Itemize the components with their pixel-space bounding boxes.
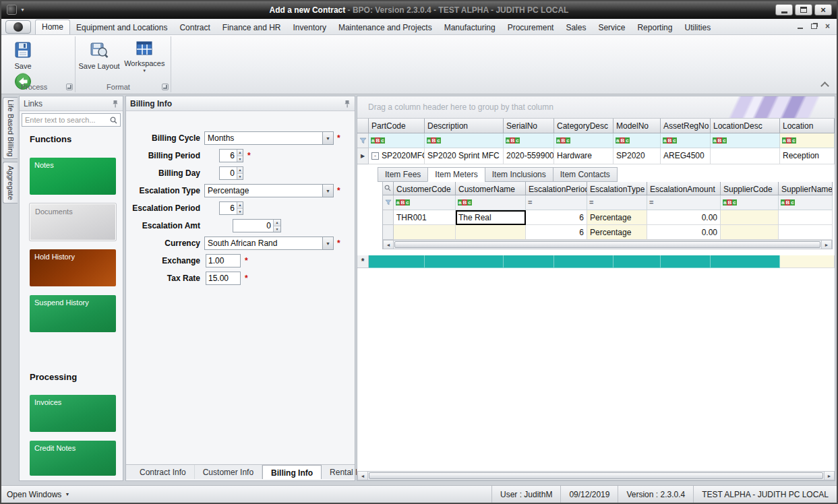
mdi-close-icon[interactable]: × — [825, 22, 830, 30]
column-header-modelno[interactable]: ModelNo — [613, 119, 661, 133]
minimize-button[interactable] — [775, 4, 793, 15]
scroll-left-icon[interactable]: ◄ — [384, 241, 394, 249]
column-header-escalationtype[interactable]: EscalationType — [587, 182, 647, 195]
link-button-hold-history[interactable]: Hold History — [30, 249, 116, 286]
cell-assetregno[interactable]: AREG4500 — [661, 148, 711, 164]
tax-rate-field[interactable] — [206, 272, 241, 285]
ribbon-tab-contract[interactable]: Contract — [173, 20, 216, 34]
text-filter-icon[interactable] — [781, 199, 795, 206]
cell-description[interactable]: SP2020 Sprint MFC — [425, 148, 504, 164]
billing-period-spinner[interactable]: ▲▼ — [219, 149, 243, 162]
filter-cell-description[interactable] — [425, 133, 504, 148]
text-filter-icon[interactable] — [427, 137, 441, 144]
column-header-customername[interactable]: CustomerName — [456, 182, 526, 195]
link-button-invoices[interactable]: Invoices — [30, 395, 116, 432]
cell-customercode[interactable] — [394, 225, 456, 240]
filter-cell-locationdesc[interactable] — [711, 133, 780, 148]
billing-cycle-combo[interactable]: Months ▼ — [204, 131, 334, 145]
detail-tab-item-fees[interactable]: Item Fees — [378, 167, 427, 182]
cell-suppliername[interactable] — [779, 210, 833, 225]
cell-customername-focused[interactable]: The Real — [456, 210, 526, 225]
detail-horizontal-scrollbar[interactable]: ◄ ► — [383, 240, 832, 249]
cell-locationdesc[interactable] — [711, 148, 780, 164]
ribbon-tab-maintenance-and-projects[interactable]: Maintenance and Projects — [332, 20, 438, 34]
exchange-input[interactable] — [206, 255, 240, 267]
filter-cell-assetregno[interactable] — [661, 133, 711, 148]
escalation-period-input[interactable] — [220, 202, 237, 214]
collapse-ribbon-icon[interactable] — [819, 80, 830, 88]
filter-cell-location[interactable] — [780, 133, 835, 148]
spin-up-icon[interactable]: ▲ — [274, 220, 280, 226]
new-cell-assetregno[interactable] — [661, 255, 711, 268]
text-filter-icon[interactable] — [782, 137, 796, 144]
detail-tab-item-meters[interactable]: Item Meters — [427, 167, 484, 182]
cell-modelno[interactable]: SP2020 — [613, 148, 661, 164]
spin-up-icon[interactable]: ▲ — [237, 150, 243, 156]
exchange-field[interactable] — [206, 254, 241, 267]
link-button-documents[interactable]: Documents — [30, 203, 116, 241]
spin-up-icon[interactable]: ▲ — [237, 202, 243, 208]
pin-icon[interactable] — [112, 100, 119, 108]
grid-data-row[interactable]: ▶ -SP2020MFC SP2020 Sprint MFC 2020-5599… — [357, 148, 835, 164]
cell-customercode[interactable]: THR001 — [394, 210, 456, 225]
tax-rate-input[interactable] — [206, 272, 240, 284]
filter-cell-partcode[interactable] — [369, 133, 425, 148]
cell-categorydesc[interactable]: Hardware — [554, 148, 613, 164]
scrollbar-thumb[interactable] — [394, 241, 820, 248]
column-header-categorydesc[interactable]: CategoryDesc — [554, 119, 613, 133]
link-button-credit-notes[interactable]: Credit Notes — [30, 441, 116, 476]
new-cell-location[interactable] — [780, 255, 835, 268]
cell-customername[interactable] — [456, 225, 526, 240]
tab-billing-info[interactable]: Billing Info — [262, 465, 322, 479]
detail-data-row[interactable]: 6 Percentage 0.00 — [383, 225, 833, 240]
text-filter-icon[interactable] — [506, 137, 520, 144]
ribbon-tab-finance-and-hr[interactable]: Finance and HR — [216, 20, 287, 34]
links-search-input[interactable] — [25, 116, 108, 124]
filter-cell-customercode[interactable] — [394, 195, 456, 210]
text-filter-icon[interactable] — [616, 137, 630, 144]
cell-suppliername[interactable] — [779, 225, 833, 240]
new-cell-modelno[interactable] — [613, 255, 661, 268]
currency-combo[interactable]: South African Rand ▼ — [204, 237, 334, 250]
new-cell-description[interactable] — [425, 255, 504, 268]
column-header-escalationperiod[interactable]: EscalationPeriod — [526, 182, 587, 195]
column-header-assetregno[interactable]: AssetRegNo — [661, 119, 711, 133]
link-button-notes[interactable]: Notes — [30, 158, 116, 195]
detail-data-row[interactable]: THR001 The Real 6 Percentage 0.00 — [383, 210, 833, 225]
link-button-suspend-history[interactable]: Suspend History — [30, 295, 116, 332]
text-filter-icon[interactable] — [723, 199, 737, 206]
column-header-serialno[interactable]: SerialNo — [504, 119, 554, 133]
save-button[interactable]: Save — [5, 38, 40, 70]
new-cell-categorydesc[interactable] — [554, 255, 613, 268]
new-cell-partcode[interactable] — [369, 255, 425, 268]
column-header-escalationamount[interactable]: EscalationAmount — [647, 182, 721, 195]
cell-escalationtype[interactable]: Percentage — [587, 225, 647, 240]
text-filter-icon[interactable] — [458, 199, 472, 206]
column-header-partcode[interactable]: PartCode — [369, 119, 425, 133]
cell-escalationamount[interactable]: 0.00 — [647, 225, 721, 240]
chevron-down-icon[interactable]: ▼ — [322, 132, 333, 144]
column-header-customercode[interactable]: CustomerCode — [394, 182, 456, 195]
equals-filter-icon[interactable]: = — [649, 199, 653, 206]
ribbon-tab-inventory[interactable]: Inventory — [287, 20, 332, 34]
cell-escalationtype[interactable]: Percentage — [587, 210, 647, 225]
workspaces-button[interactable]: Workspaces ▼ — [122, 38, 167, 73]
tab-contract-info[interactable]: Contract Info — [131, 465, 195, 479]
text-filter-icon[interactable] — [556, 137, 570, 144]
ribbon-tab-manufacturing[interactable]: Manufacturing — [438, 20, 502, 34]
chevron-down-icon[interactable]: ▼ — [322, 185, 333, 197]
application-menu-button[interactable] — [5, 20, 31, 34]
equals-filter-icon[interactable]: = — [528, 199, 532, 206]
side-tab-life-based-billing[interactable]: Life Based Billing — [3, 97, 18, 159]
detail-tab-item-contacts[interactable]: Item Contacts — [553, 167, 618, 182]
filter-cell-categorydesc[interactable] — [554, 133, 613, 148]
side-tab-aggregate[interactable]: Aggregate — [3, 162, 18, 203]
ribbon-tab-service[interactable]: Service — [592, 20, 631, 34]
column-header-location[interactable]: Location — [780, 119, 835, 133]
scroll-left-icon[interactable]: ◄ — [358, 472, 368, 480]
cell-escalationperiod[interactable]: 6 — [526, 210, 587, 225]
cell-serialno[interactable]: 2020-559900 — [504, 148, 554, 164]
new-cell-serialno[interactable] — [504, 255, 554, 268]
tab-customer-info[interactable]: Customer Info — [195, 465, 262, 479]
text-filter-icon[interactable] — [713, 137, 727, 144]
